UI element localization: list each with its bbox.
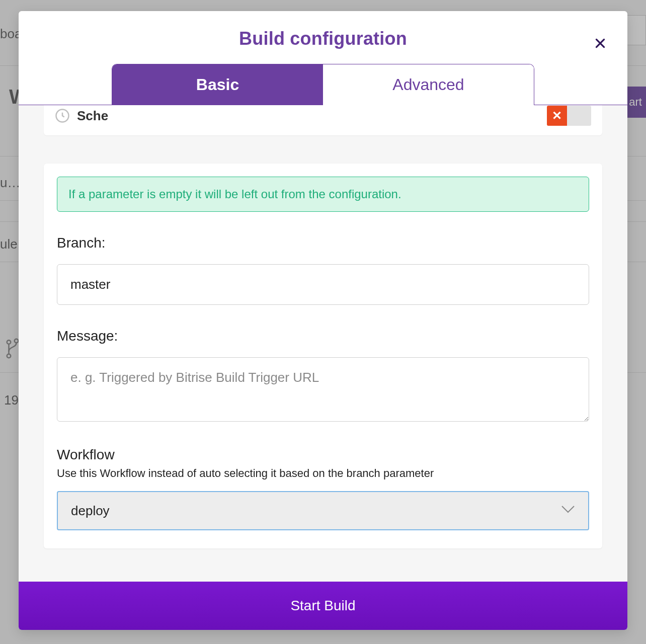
close-button[interactable] [590, 33, 610, 53]
close-icon [594, 37, 607, 50]
branch-input[interactable] [57, 264, 589, 305]
branch-label: Branch: [57, 235, 589, 251]
branch-field: Branch: [57, 235, 589, 305]
schedule-label: Sche [77, 108, 108, 124]
workflow-field: Workflow Use this Workflow instead of au… [57, 447, 589, 530]
workflow-sublabel: Use this Workflow instead of auto select… [57, 467, 589, 480]
schedule-left: Sche [55, 108, 108, 124]
start-build-button[interactable]: Start Build [19, 582, 627, 630]
toggle-track [567, 106, 591, 126]
tab-advanced[interactable]: Advanced [323, 64, 534, 105]
workflow-label: Workflow [57, 447, 589, 463]
modal-body: Sche ✕ If a parameter is empty it will b… [19, 105, 627, 582]
modal-header: Build configuration Basic Advanced [19, 11, 627, 105]
info-banner: If a parameter is empty it will be left … [57, 177, 589, 212]
schedule-toggle[interactable]: ✕ [547, 106, 591, 126]
modal-overlay: Build configuration Basic Advanced [0, 0, 646, 644]
modal-title: Build configuration [39, 28, 607, 49]
tab-basic[interactable]: Basic [112, 64, 323, 105]
toggle-off-icon: ✕ [547, 106, 567, 126]
message-label: Message: [57, 328, 589, 344]
clock-icon [55, 108, 70, 123]
form-panel: If a parameter is empty it will be left … [44, 164, 602, 548]
message-field: Message: [57, 328, 589, 424]
config-tabs: Basic Advanced [112, 64, 534, 105]
message-input[interactable] [57, 357, 589, 422]
workflow-select[interactable]: deploy [57, 491, 589, 530]
schedule-strip: Sche ✕ [44, 105, 602, 135]
build-config-modal: Build configuration Basic Advanced [19, 11, 627, 630]
workflow-select-wrap: deploy [57, 491, 589, 530]
